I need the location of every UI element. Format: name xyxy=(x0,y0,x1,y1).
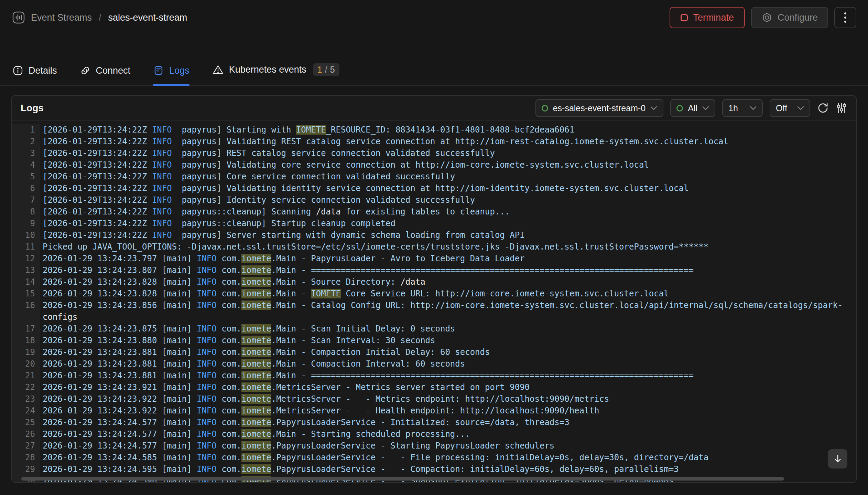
line-number: 23 xyxy=(12,393,40,405)
log-line-text: 2026-01-29 13:24:23.881 [main] INFO com.… xyxy=(40,346,490,358)
more-actions-button[interactable] xyxy=(834,7,856,28)
log-line-text: 2026-01-29 13:24:24.577 [main] INFO com.… xyxy=(40,417,569,428)
log-line-text: 2026-01-29 13:24:23.828 [main] INFO com.… xyxy=(40,276,425,288)
refresh-button[interactable] xyxy=(817,102,829,114)
auto-refresh-selector[interactable]: Off xyxy=(770,99,810,117)
tab-connect-label: Connect xyxy=(96,65,131,76)
chevron-down-icon xyxy=(650,106,657,110)
line-number: 17 xyxy=(12,323,40,335)
pod-selector[interactable]: es-sales-event-stream-0 xyxy=(535,99,664,117)
search-highlight: iomete xyxy=(241,464,271,474)
log-line: 9[2026-01-29T13:24:22Z INFO papyrus::cle… xyxy=(12,218,856,229)
line-number: 11 xyxy=(12,241,40,253)
terminate-button[interactable]: Terminate xyxy=(670,7,745,28)
log-line-text: 2026-01-29 13:24:23.828 [main] INFO com.… xyxy=(40,288,669,299)
terminate-label: Terminate xyxy=(693,12,734,23)
scroll-to-bottom-button[interactable] xyxy=(828,449,847,468)
refresh-icon xyxy=(817,102,829,114)
log-line-text: configs xyxy=(40,311,77,323)
line-number: 26 xyxy=(12,428,40,440)
search-highlight: iomete xyxy=(241,453,271,462)
configure-button[interactable]: Configure xyxy=(751,7,828,28)
log-line-text: 2026-01-29 13:24:24.595 [main] INFO com.… xyxy=(40,463,679,475)
horizontal-scrollbar[interactable] xyxy=(21,477,784,481)
sliders-icon xyxy=(836,102,847,114)
tab-connect[interactable]: Connect xyxy=(80,65,131,85)
log-line: 262026-01-29 13:24:24.577 [main] INFO co… xyxy=(12,428,856,440)
line-number: 16 xyxy=(12,299,40,311)
log-line: 11Picked up JAVA_TOOL_OPTIONS: -Djavax.n… xyxy=(12,241,856,253)
logs-panel: Logs es-sales-event-stream-0 All 1h xyxy=(11,95,857,483)
search-highlight: iomete xyxy=(241,371,271,380)
log-line: 7[2026-01-29T13:24:22Z INFO papyrus] Ide… xyxy=(12,194,856,206)
tab-kubernetes-label: Kubernetes events xyxy=(229,64,306,75)
log-line: 152026-01-29 13:24:23.828 [main] INFO co… xyxy=(12,288,856,299)
log-line-text: [2026-01-29T13:24:22Z INFO papyrus] Vali… xyxy=(40,159,649,171)
panel-title: Logs xyxy=(21,103,44,114)
logs-panel-header: Logs es-sales-event-stream-0 All 1h xyxy=(12,96,856,121)
breadcrumb-section[interactable]: Event Streams xyxy=(31,12,92,23)
level-selector[interactable]: All xyxy=(670,99,715,117)
line-number: 7 xyxy=(12,194,40,206)
line-number: 18 xyxy=(12,335,40,346)
line-number: 28 xyxy=(12,452,40,463)
info-icon xyxy=(12,65,23,76)
tab-details-label: Details xyxy=(29,65,57,76)
log-line: 8[2026-01-29T13:24:22Z INFO papyrus::cle… xyxy=(12,206,856,218)
chevron-down-icon xyxy=(797,106,804,110)
line-number: 6 xyxy=(12,182,40,194)
time-range-selector[interactable]: 1h xyxy=(722,99,763,117)
log-line: 6[2026-01-29T13:24:22Z INFO papyrus] Val… xyxy=(12,182,856,194)
search-highlight: IOMETE xyxy=(296,125,326,135)
time-range-value: 1h xyxy=(728,103,738,113)
log-settings-button[interactable] xyxy=(836,102,847,114)
log-line: 3[2026-01-29T13:24:22Z INFO papyrus] RES… xyxy=(12,147,856,159)
search-highlight: iomete xyxy=(241,324,271,334)
warning-triangle-icon xyxy=(212,64,224,75)
log-line-text: [2026-01-29T13:24:22Z INFO papyrus::clea… xyxy=(40,218,395,229)
log-line-text: 2026-01-29 13:24:23.797 [main] INFO com.… xyxy=(40,253,525,264)
search-highlight: iomete xyxy=(241,336,271,345)
level-selector-value: All xyxy=(688,103,697,113)
kubernetes-events-badge: 1 / 5 xyxy=(313,63,339,76)
log-line: 292026-01-29 13:24:24.595 [main] INFO co… xyxy=(12,463,856,475)
log-line: 5[2026-01-29T13:24:22Z INFO papyrus] Cor… xyxy=(12,171,856,182)
line-number: 9 xyxy=(12,218,40,229)
search-highlight: iomete xyxy=(241,265,271,275)
log-line-text: Picked up JAVA_TOOL_OPTIONS: -Djavax.net… xyxy=(40,241,708,253)
badge-warning-count: 1 xyxy=(317,65,322,75)
search-highlight: iomete xyxy=(241,441,271,451)
log-line: 212026-01-29 13:24:23.881 [main] INFO co… xyxy=(12,370,856,381)
line-number: 10 xyxy=(12,229,40,241)
log-line-text: 2026-01-29 13:24:23.921 [main] INFO com.… xyxy=(40,381,530,393)
tab-logs[interactable]: Logs xyxy=(153,65,189,85)
log-viewer: 1[2026-01-29T13:24:22Z INFO papyrus] Sta… xyxy=(12,121,856,483)
log-line: 242026-01-29 13:24:23.922 [main] INFO co… xyxy=(12,405,856,417)
log-line-text: [2026-01-29T13:24:22Z INFO papyrus] Vali… xyxy=(40,182,688,194)
log-line-text: 2026-01-29 13:24:23.922 [main] INFO com.… xyxy=(40,393,609,405)
search-highlight: iomete xyxy=(241,359,271,369)
tab-details[interactable]: Details xyxy=(12,65,57,85)
log-line: 252026-01-29 13:24:24.577 [main] INFO co… xyxy=(12,417,856,428)
log-line: 182026-01-29 13:24:23.880 [main] INFO co… xyxy=(12,335,856,346)
log-line: 132026-01-29 13:24:23.807 [main] INFO co… xyxy=(12,264,856,276)
log-line-text: 2026-01-29 13:24:24.577 [main] INFO com.… xyxy=(40,440,554,452)
line-number: 20 xyxy=(12,358,40,370)
pod-status-dot xyxy=(542,105,548,112)
pod-selector-value: es-sales-event-stream-0 xyxy=(553,103,646,113)
search-highlight: iomete xyxy=(241,289,271,298)
level-status-dot xyxy=(676,105,683,112)
stop-square-icon xyxy=(681,14,688,21)
search-highlight: iomete xyxy=(241,382,271,392)
line-number: 29 xyxy=(12,463,40,475)
log-line: 2[2026-01-29T13:24:22Z INFO papyrus] Val… xyxy=(12,136,856,147)
tab-kubernetes-events[interactable]: Kubernetes events 1 / 5 xyxy=(212,63,339,85)
log-line: 232026-01-29 13:24:23.922 [main] INFO co… xyxy=(12,393,856,405)
breadcrumb: Event Streams / sales-event-stream xyxy=(12,11,187,24)
chevron-down-icon xyxy=(750,106,757,110)
line-number: 13 xyxy=(12,264,40,276)
arrow-down-icon xyxy=(833,454,843,464)
search-highlight: iomete xyxy=(241,429,271,439)
log-line: 1[2026-01-29T13:24:22Z INFO papyrus] Sta… xyxy=(12,124,856,136)
search-highlight: IOMETE xyxy=(311,289,341,298)
